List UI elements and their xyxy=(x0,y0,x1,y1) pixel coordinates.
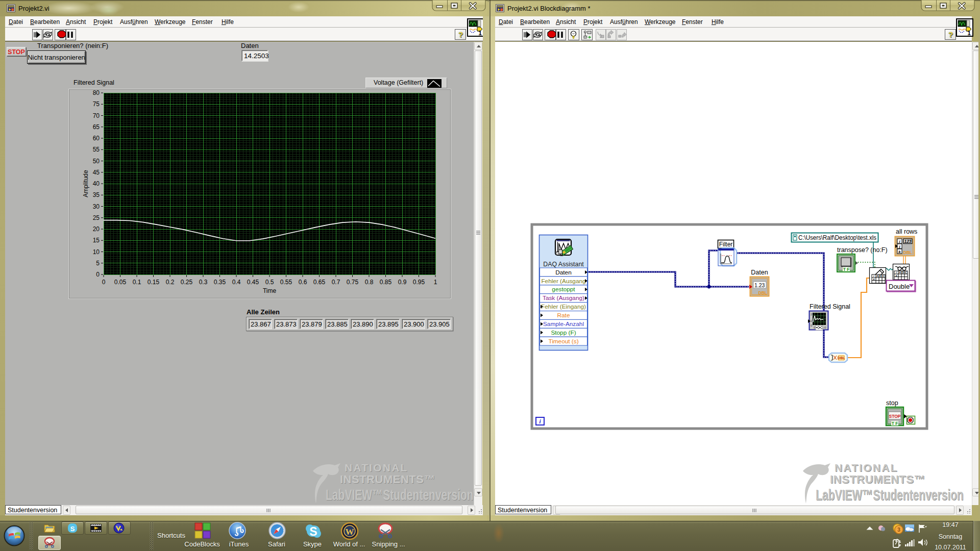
svg-text:15: 15 xyxy=(93,237,100,244)
svg-text:0.25: 0.25 xyxy=(181,279,193,286)
svg-text:all rows: all rows xyxy=(896,228,917,235)
svg-text:70: 70 xyxy=(93,112,100,119)
svg-text:0.15: 0.15 xyxy=(148,279,160,286)
svg-text:D: D xyxy=(902,271,904,274)
svg-text:1: 1 xyxy=(434,279,437,286)
svg-text:25: 25 xyxy=(93,214,100,221)
svg-text:Stopp (F): Stopp (F) xyxy=(551,329,576,336)
svg-text:C: C xyxy=(905,271,907,274)
svg-text:Fehler (Eingang): Fehler (Eingang) xyxy=(541,303,586,310)
svg-text:k: k xyxy=(898,249,901,254)
svg-text:S: S xyxy=(70,525,75,533)
svg-text:C:\Users\Ralf\Desktop\test.xls: C:\Users\Ralf\Desktop\test.xls xyxy=(798,234,876,241)
svg-text:0.3: 0.3 xyxy=(199,279,208,286)
svg-text:30: 30 xyxy=(93,203,100,210)
svg-text:STOP: STOP xyxy=(889,414,901,419)
svg-text:50: 50 xyxy=(93,158,100,165)
svg-text:1: 1 xyxy=(478,30,482,37)
svg-text:Time: Time xyxy=(263,287,277,294)
svg-text:A: A xyxy=(899,271,901,274)
svg-text:Task (Ausgang): Task (Ausgang) xyxy=(543,294,584,302)
svg-text:0.35: 0.35 xyxy=(214,279,226,286)
svg-text:0: 0 xyxy=(102,279,106,286)
svg-text:1: 1 xyxy=(967,30,971,37)
svg-text:0.55: 0.55 xyxy=(280,279,292,286)
svg-text:DBL: DBL xyxy=(903,250,912,255)
svg-text:0.9: 0.9 xyxy=(398,279,407,286)
svg-text:65: 65 xyxy=(93,123,100,131)
svg-text:123: 123 xyxy=(904,239,911,244)
svg-text:C: C xyxy=(883,274,885,278)
svg-text:Filter: Filter xyxy=(719,241,733,248)
svg-text:gestoppt: gestoppt xyxy=(552,286,575,293)
svg-text:80: 80 xyxy=(93,89,100,96)
svg-text:Daten: Daten xyxy=(555,269,571,276)
svg-text:0: 0 xyxy=(96,271,100,278)
svg-text:transpose? (no:F): transpose? (no:F) xyxy=(837,246,888,254)
svg-text:0.2: 0.2 xyxy=(166,279,175,286)
svg-text:10: 10 xyxy=(93,248,100,256)
svg-text:Fehler (Ausgang: Fehler (Ausgang xyxy=(541,278,585,285)
svg-text:0.75: 0.75 xyxy=(347,279,359,286)
svg-text:20: 20 xyxy=(93,226,100,233)
svg-text:Double: Double xyxy=(889,283,910,290)
svg-text:Daten: Daten xyxy=(751,269,768,276)
svg-text:0.5: 0.5 xyxy=(265,279,274,286)
svg-text:Sample-Anzahl: Sample-Anzahl xyxy=(543,320,584,328)
svg-text:stop: stop xyxy=(886,399,898,407)
svg-text:T F: T F xyxy=(843,267,850,272)
svg-text:0.4: 0.4 xyxy=(232,279,241,286)
svg-text:DBL: DBL xyxy=(838,356,845,360)
svg-text:T F: T F xyxy=(892,421,898,426)
svg-text:Timeout (s): Timeout (s) xyxy=(548,338,578,345)
svg-text:5: 5 xyxy=(96,260,100,267)
svg-text:D: D xyxy=(879,274,881,278)
svg-text:55: 55 xyxy=(93,146,100,153)
svg-text:0.85: 0.85 xyxy=(380,279,392,286)
svg-text:60: 60 xyxy=(93,135,100,142)
svg-text:0.65: 0.65 xyxy=(313,279,326,286)
svg-text:DBL: DBL xyxy=(758,290,767,295)
svg-text:0.05: 0.05 xyxy=(114,279,127,286)
svg-text:0.7: 0.7 xyxy=(332,279,340,286)
svg-text:A: A xyxy=(876,274,878,278)
svg-text:Rate: Rate xyxy=(557,312,570,319)
svg-text:0.8: 0.8 xyxy=(365,279,374,286)
svg-text:Filtered Signal: Filtered Signal xyxy=(810,303,850,310)
svg-text:0.6: 0.6 xyxy=(299,279,307,286)
svg-text:1.23: 1.23 xyxy=(754,282,765,288)
svg-text:DAQ Assistant: DAQ Assistant xyxy=(543,261,584,268)
svg-text:0.1: 0.1 xyxy=(133,279,141,286)
svg-text:W: W xyxy=(346,527,354,537)
svg-text:75: 75 xyxy=(93,101,100,108)
svg-text:45: 45 xyxy=(93,169,100,176)
svg-text:0.45: 0.45 xyxy=(247,279,259,286)
svg-text:40: 40 xyxy=(93,180,100,187)
svg-text:Amplitude: Amplitude xyxy=(82,170,89,197)
svg-text:35: 35 xyxy=(93,191,100,198)
svg-text:3: 3 xyxy=(897,527,900,533)
svg-text:S: S xyxy=(309,525,317,538)
svg-text:0.95: 0.95 xyxy=(413,279,425,286)
